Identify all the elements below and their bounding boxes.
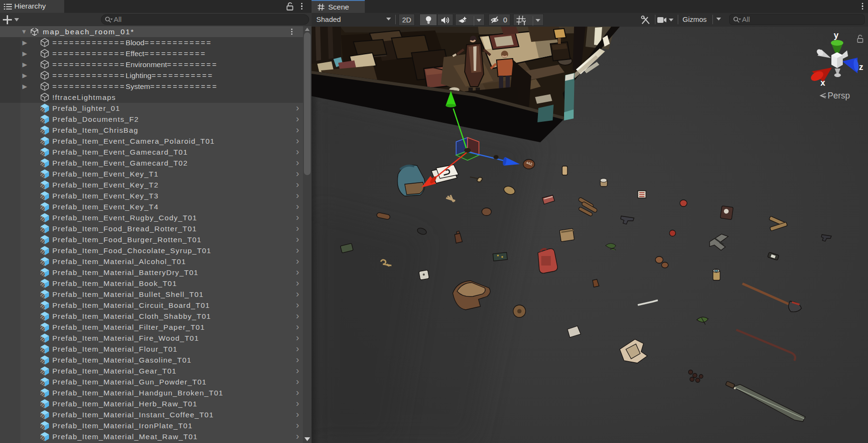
svg-text:Persp: Persp — [828, 91, 850, 100]
svg-text:x: x — [820, 78, 825, 88]
svg-text:z: z — [859, 62, 863, 72]
svg-text:y: y — [834, 30, 839, 40]
